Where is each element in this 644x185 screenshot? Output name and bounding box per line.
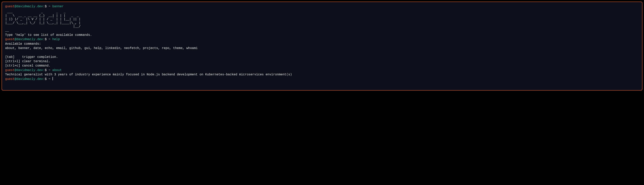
prompt-host: davidmacly.dev <box>16 68 43 72</box>
prompt-tilde: ~ <box>48 77 52 81</box>
prompt-dollar: $ <box>45 37 48 42</box>
prompt-line: guest@davidmacly.dev:$ ~ banner <box>5 4 639 9</box>
prompt-at: @ <box>14 37 16 42</box>
command-text: banner <box>52 4 64 9</box>
output-line: Type 'help' to see list of available com… <box>5 33 639 37</box>
prompt-user: guest <box>5 4 14 9</box>
blank-line <box>5 50 639 55</box>
banner-ascii-art: ___ _ _ _ | \ __ _ __ __ (_) __| | | | _… <box>5 10 639 28</box>
output-line: [ctrl+c] cancel command. <box>5 64 639 68</box>
prompt-tilde: ~ <box>48 4 52 9</box>
current-prompt-line[interactable]: guest@davidmacly.dev:$ ~ <box>5 77 639 81</box>
prompt-line: guest@davidmacly.dev:$ ~ about <box>5 68 639 72</box>
command-text: help <box>52 37 60 42</box>
output-line: about, banner, date, echo, email, github… <box>5 46 639 50</box>
prompt-tilde: ~ <box>48 37 52 42</box>
prompt-sep: : <box>43 4 45 9</box>
output-line: __ <box>5 28 639 33</box>
cursor-icon <box>52 77 53 81</box>
prompt-host: davidmacly.dev <box>16 4 43 9</box>
prompt-line: guest@davidmacly.dev:$ ~ help <box>5 37 639 42</box>
prompt-user: guest <box>5 68 14 72</box>
prompt-sep: : <box>43 77 45 81</box>
prompt-tilde: ~ <box>48 68 52 72</box>
prompt-host: davidmacly.dev <box>16 37 43 42</box>
output-line: Technical generalist with 3 years of ind… <box>5 72 639 77</box>
prompt-dollar: $ <box>45 68 48 72</box>
terminal-window[interactable]: guest@davidmacly.dev:$ ~ banner ___ _ _ … <box>2 2 642 91</box>
prompt-dollar: $ <box>45 4 48 9</box>
output-line: [ctrl+l] clear terminal. <box>5 59 639 64</box>
prompt-at: @ <box>14 77 16 81</box>
prompt-sep: : <box>43 37 45 42</box>
command-text: about <box>52 68 62 72</box>
prompt-at: @ <box>14 68 16 72</box>
prompt-dollar: $ <box>45 77 48 81</box>
prompt-user: guest <box>5 77 14 81</box>
output-line: Available commands: <box>5 42 639 46</box>
prompt-host: davidmacly.dev <box>16 77 43 81</box>
output-line: [tab] trigger completion. <box>5 55 639 59</box>
prompt-user: guest <box>5 37 14 42</box>
prompt-at: @ <box>14 4 16 9</box>
prompt-sep: : <box>43 68 45 72</box>
